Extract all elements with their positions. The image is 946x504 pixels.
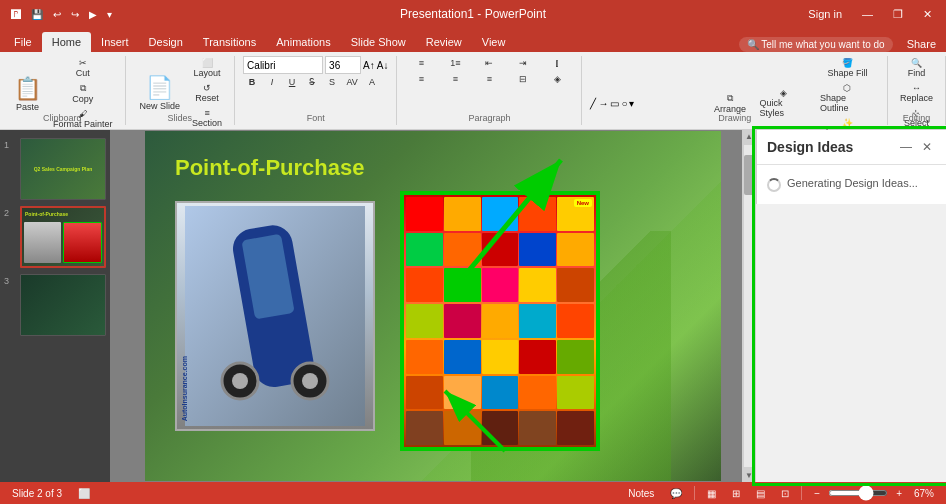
zoom-out-btn[interactable]: −: [810, 487, 824, 500]
char-spacing-btn[interactable]: AV: [343, 76, 361, 88]
slideshow-btn[interactable]: ⊡: [777, 487, 793, 500]
underline-btn[interactable]: U: [283, 76, 301, 88]
scroll-down-btn[interactable]: ▼: [743, 469, 755, 482]
italic-btn[interactable]: I: [263, 76, 281, 88]
minimize-btn[interactable]: —: [856, 6, 879, 22]
zoom-control: − + 67%: [810, 487, 938, 500]
reading-view-btn[interactable]: ▤: [752, 487, 769, 500]
line-shape[interactable]: ╱: [590, 98, 596, 109]
zoom-slider[interactable]: [828, 490, 888, 496]
svg-point-5: [232, 373, 248, 389]
align-right-btn[interactable]: ≡: [473, 72, 505, 86]
normal-view-btn[interactable]: ▦: [703, 487, 720, 500]
oval-shape[interactable]: ○: [621, 98, 627, 109]
design-panel-title: Design Ideas: [767, 139, 853, 155]
tab-slideshow[interactable]: Slide Show: [341, 32, 416, 52]
design-panel: Design Ideas — ✕ Generating Design Ideas…: [756, 130, 946, 204]
green-arrow-1: [425, 381, 525, 461]
para-row1: ≡ 1≡ ⇤ ⇥ ⫿: [405, 56, 573, 70]
smartart-btn[interactable]: ◈: [541, 72, 573, 86]
close-btn[interactable]: ✕: [917, 6, 938, 23]
slide-sorter-btn[interactable]: ⊞: [728, 487, 744, 500]
rect-shape[interactable]: ▭: [610, 98, 619, 109]
reset-btn[interactable]: ↺ Reset: [188, 81, 226, 105]
tab-file[interactable]: File: [4, 32, 42, 52]
tab-transitions[interactable]: Transitions: [193, 32, 266, 52]
save-btn[interactable]: 💾: [28, 8, 46, 21]
tab-design[interactable]: Design: [139, 32, 193, 52]
comments-btn[interactable]: 💬: [666, 487, 686, 500]
slide-photo-car[interactable]: AutoInsurance.com: [175, 201, 375, 431]
big-green-arrow: [451, 150, 571, 290]
arrange-btn[interactable]: ⧉ Arrange: [709, 74, 752, 132]
increase-indent-btn[interactable]: ⇥: [507, 56, 539, 70]
tab-view[interactable]: View: [472, 32, 516, 52]
present-btn[interactable]: ▶: [86, 8, 100, 21]
shape-fill-btn[interactable]: 🪣 Shape Fill: [816, 56, 879, 80]
tab-insert[interactable]: Insert: [91, 32, 139, 52]
title-bar-left: 🅿 💾 ↩ ↪ ▶ ▾: [8, 8, 115, 21]
columns-btn[interactable]: ⫿: [541, 56, 573, 70]
zoom-in-btn[interactable]: +: [892, 487, 906, 500]
redo-btn[interactable]: ↪: [68, 8, 82, 21]
customize-btn[interactable]: ▾: [104, 8, 115, 21]
scroll-thumb[interactable]: [744, 155, 754, 195]
slide-image-2[interactable]: Point-of-Purchase: [20, 206, 106, 268]
ribbon-group-editing: 🔍 Find ↔ Replace ⊹ Select Editing: [888, 56, 946, 125]
tab-home[interactable]: Home: [42, 32, 91, 52]
sign-in-btn[interactable]: Sign in: [802, 6, 848, 22]
svg-point-6: [302, 373, 318, 389]
slide-thumb-3: 3: [4, 274, 106, 336]
canvas-scrollbar[interactable]: ▲ ▼: [742, 130, 756, 482]
replace-btn[interactable]: ↔ Replace: [896, 81, 937, 105]
font-size-input[interactable]: [325, 56, 361, 74]
design-panel-close-btn[interactable]: ✕: [918, 138, 936, 156]
quick-styles-btn[interactable]: ◈ Quick Styles: [754, 74, 814, 132]
slide-image-3[interactable]: [20, 274, 106, 336]
layout-btn[interactable]: ⬜ Layout: [188, 56, 226, 80]
cut-btn[interactable]: ✂ Cut: [49, 56, 117, 80]
find-btn[interactable]: 🔍 Find: [900, 56, 932, 80]
slide-canvas[interactable]: Point-of-Purchase: [145, 131, 721, 481]
font-decrease-btn[interactable]: A↓: [377, 60, 389, 71]
ribbon-group-paragraph: ≡ 1≡ ⇤ ⇥ ⫿ ≡ ≡ ≡ ⊟ ◈ Paragraph: [397, 56, 582, 125]
bullets-btn[interactable]: ≡: [405, 56, 437, 70]
shadow-btn[interactable]: S: [323, 76, 341, 88]
slide-num-2: 2: [4, 206, 16, 218]
title-bar-controls: Sign in — ❐ ✕: [802, 6, 938, 23]
align-text-btn[interactable]: ⊟: [507, 72, 539, 86]
loading-spinner: [767, 178, 781, 192]
undo-btn[interactable]: ↩: [50, 8, 64, 21]
scroll-up-btn[interactable]: ▲: [743, 130, 755, 143]
tell-me-input[interactable]: 🔍 Tell me what you want to do: [739, 37, 893, 52]
slide-info: Slide 2 of 3: [8, 487, 66, 500]
more-shapes[interactable]: ▾: [629, 98, 634, 109]
window-title: Presentation1 - PowerPoint: [400, 7, 546, 21]
align-center-btn[interactable]: ≡: [439, 72, 471, 86]
arrow-shape[interactable]: →: [598, 98, 608, 109]
font-color-btn[interactable]: A: [363, 76, 381, 88]
copy-btn[interactable]: ⧉ Copy: [49, 81, 117, 106]
new-badge: New: [574, 199, 592, 207]
notes-btn[interactable]: Notes: [624, 487, 658, 500]
divider: [694, 486, 695, 500]
share-btn[interactable]: Share: [901, 36, 942, 52]
strikethrough-btn[interactable]: S̶: [303, 76, 321, 88]
font-name-input[interactable]: [243, 56, 323, 74]
maximize-btn[interactable]: ❐: [887, 6, 909, 23]
font-increase-btn[interactable]: A↑: [363, 60, 375, 71]
decrease-indent-btn[interactable]: ⇤: [473, 56, 505, 70]
align-left-btn[interactable]: ≡: [405, 72, 437, 86]
bold-btn[interactable]: B: [243, 76, 261, 88]
slide-panel: 1 Q2 Sales Campaign Plan 2 Point-of-Purc…: [0, 130, 110, 482]
tab-review[interactable]: Review: [416, 32, 472, 52]
status-bar: Slide 2 of 3 ⬜ Notes 💬 ▦ ⊞ ▤ ⊡ − + 67%: [0, 482, 946, 504]
shape-outline-btn[interactable]: ⬡ Shape Outline: [816, 81, 879, 115]
scroll-track[interactable]: [744, 145, 754, 467]
zoom-level[interactable]: 67%: [910, 487, 938, 500]
canvas-area[interactable]: Point-of-Purchase: [110, 130, 756, 482]
numbering-btn[interactable]: 1≡: [439, 56, 471, 70]
tab-animations[interactable]: Animations: [266, 32, 340, 52]
slide-image-1[interactable]: Q2 Sales Campaign Plan: [20, 138, 106, 200]
design-panel-minimize-btn[interactable]: —: [896, 138, 916, 156]
